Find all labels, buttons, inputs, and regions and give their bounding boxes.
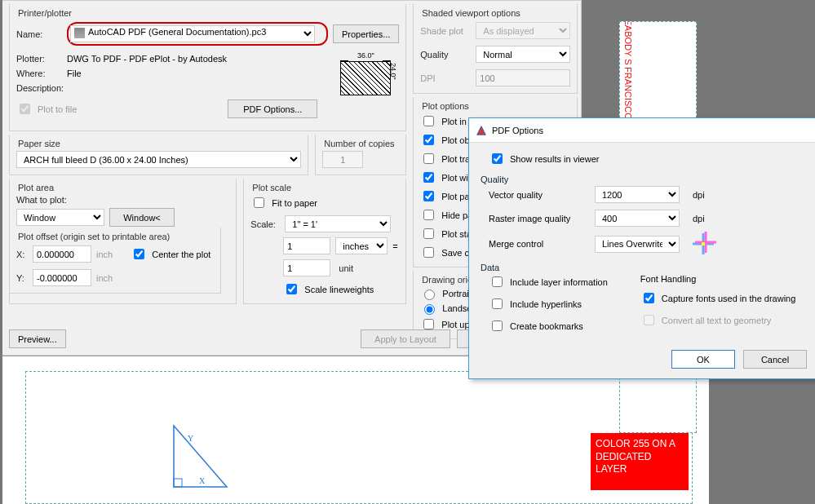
triangle-drawing: Y X <box>170 422 235 493</box>
convert-text-check[interactable]: Convert all text to geometry <box>640 312 796 328</box>
copies-title: Number of copies <box>322 139 399 148</box>
plotter-value: DWG To PDF - PDF ePlot - by Autodesk <box>67 54 227 64</box>
plotter-label: Plotter: <box>16 54 62 64</box>
copies-input <box>322 151 363 168</box>
paper-outline: Y X COLOR 255 ON A DEDICATED LAYER 0 PEA… <box>25 371 693 504</box>
preview-height: 24.0" <box>389 63 397 80</box>
preview-width: 36.0" <box>340 51 391 60</box>
preview-button[interactable]: Preview... <box>9 329 66 348</box>
center-plot-check[interactable]: Center the plot <box>131 246 210 262</box>
scale-select[interactable]: 1" = 1' <box>285 215 391 232</box>
show-results-check[interactable]: Show results in viewer <box>489 151 815 166</box>
svg-text:Y: Y <box>188 434 193 443</box>
printer-name-select[interactable] <box>70 25 315 42</box>
y-label: Y: <box>16 273 28 283</box>
scale-lineweights-check[interactable]: Scale lineweights <box>283 281 399 297</box>
svg-rect-1 <box>174 479 182 487</box>
group-printer-title: Printer/plotter <box>16 8 399 18</box>
what-to-plot-select[interactable]: Window <box>16 209 104 226</box>
cursor-icon <box>693 233 714 254</box>
x-offset-input[interactable] <box>33 245 91 263</box>
group-copies: Number of copies <box>315 135 406 175</box>
scale-num-input[interactable] <box>283 237 330 254</box>
window-pick-button[interactable]: Window< <box>109 208 175 227</box>
shade-plot-label: Shade plot <box>420 26 471 36</box>
plotter-icon <box>74 28 85 38</box>
raster-quality-select[interactable]: 400 <box>595 210 680 227</box>
merge-control-label: Merge control <box>489 239 595 249</box>
plot-scale-title: Plot scale <box>250 183 399 192</box>
paper-preview: 36.0" 24.0" <box>332 51 397 115</box>
svg-rect-4 <box>702 242 705 245</box>
group-printer: Printer/plotter Name: AutoCAD PDF (Gener… <box>9 4 406 131</box>
pdf-options-dialog: PDF Options Show results in viewer Quali… <box>468 117 815 379</box>
autocad-logo-icon <box>476 125 487 136</box>
quality-select[interactable]: Normal <box>476 46 570 63</box>
y-unit: inch <box>96 273 113 283</box>
group-shaded-viewport: Shaded viewport options Shade plot As di… <box>413 4 578 94</box>
red-annotation-box: COLOR 255 ON A DEDICATED LAYER <box>591 433 689 490</box>
raster-quality-label: Raster image quality <box>489 214 595 223</box>
fit-to-paper-check[interactable]: Fit to paper <box>250 195 399 210</box>
properties-button[interactable]: Properties... <box>333 24 399 43</box>
include-layer-check[interactable]: Include layer information <box>489 274 608 290</box>
pdf-options-titlebar[interactable]: PDF Options <box>469 118 815 143</box>
preview-hatch <box>340 61 391 95</box>
equals-sign: = <box>392 241 397 251</box>
font-handling-header: Font Handling <box>640 274 796 284</box>
name-highlight: AutoCAD PDF (General Documentation).pc3 <box>67 22 328 46</box>
shaded-title: Shaded viewport options <box>420 8 570 18</box>
pdf-cancel-button[interactable]: Cancel <box>743 350 807 369</box>
dpi-input <box>476 69 570 86</box>
plot-area-title: Plot area <box>16 183 229 192</box>
plot-to-file-check[interactable]: Plot to file <box>16 101 77 117</box>
where-value: File <box>67 69 82 78</box>
paper-size-title: Paper size <box>16 139 301 148</box>
vector-dpi-label: dpi <box>693 190 717 200</box>
pdf-quality-header: Quality <box>481 175 815 184</box>
where-label: Where: <box>16 69 62 78</box>
x-label: X: <box>16 250 28 259</box>
group-plot-scale: Plot scale Fit to paper Scale: 1" = 1' i… <box>243 179 406 304</box>
y-offset-input[interactable] <box>33 269 91 286</box>
group-plot-offset: Plot offset (origin set to printable are… <box>9 228 221 294</box>
x-unit: inch <box>96 250 113 259</box>
vector-quality-select[interactable]: 1200 <box>595 186 680 203</box>
group-paper-size: Paper size ARCH full bleed D (36.00 x 24… <box>9 135 308 175</box>
pdf-options-button[interactable]: PDF Options... <box>228 99 317 118</box>
capture-fonts-check[interactable]: Capture fonts used in the drawing <box>640 290 796 306</box>
apply-layout-button: Apply to Layout <box>361 329 450 348</box>
plot-options-title: Plot options <box>420 101 570 111</box>
paper-size-select[interactable]: ARCH full bleed D (36.00 x 24.00 Inches) <box>16 151 301 168</box>
merge-control-select[interactable]: Lines Overwrite <box>595 236 680 253</box>
pdf-data-header: Data <box>481 263 815 272</box>
raster-dpi-label: dpi <box>693 214 717 223</box>
create-bookmarks-check[interactable]: Create bookmarks <box>489 318 608 334</box>
description-label: Description: <box>16 83 75 93</box>
include-hyperlinks-check[interactable]: Include hyperlinks <box>489 296 608 312</box>
address-line-1: 0 PEABODY S <box>623 21 633 65</box>
dpi-label: DPI <box>420 73 471 83</box>
svg-text:X: X <box>199 476 206 485</box>
address-line-2: FRANCISCO, <box>623 67 633 122</box>
plot-offset-title: Plot offset (origin set to printable are… <box>16 232 214 241</box>
shade-plot-select: As displayed <box>476 22 570 39</box>
what-to-plot-label: What to plot: <box>16 195 67 205</box>
scale-label: Scale: <box>250 219 280 229</box>
quality-label: Quality <box>420 50 471 60</box>
vector-quality-label: Vector quality <box>489 190 595 200</box>
scale-unit-select[interactable]: inches <box>335 237 388 254</box>
scale-den-input[interactable] <box>283 259 330 276</box>
scale-unit-label: unit <box>335 263 388 273</box>
name-label: Name: <box>16 29 62 39</box>
pdf-ok-button[interactable]: OK <box>671 350 735 369</box>
pdf-options-title: PDF Options <box>492 126 543 135</box>
